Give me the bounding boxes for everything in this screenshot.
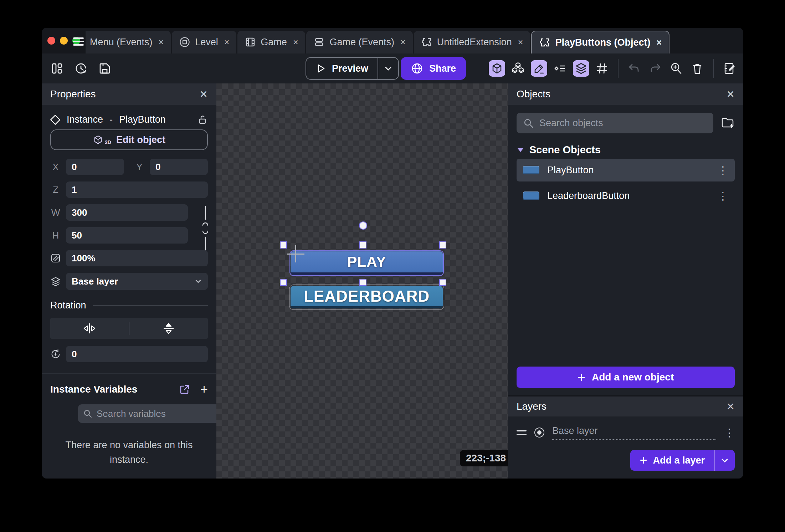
undo-button[interactable] bbox=[626, 60, 642, 77]
flip-horizontal-icon bbox=[82, 322, 97, 334]
layer-select[interactable]: Base layer bbox=[66, 273, 208, 290]
tab-label: Game bbox=[261, 37, 287, 48]
objects-search[interactable] bbox=[517, 113, 713, 133]
object-row-playbutton[interactable]: PlayButton ⋮ bbox=[517, 159, 735, 181]
layer-menu-icon[interactable]: ⋮ bbox=[724, 426, 735, 439]
layer-name[interactable]: Base layer bbox=[552, 425, 716, 440]
resize-handle-top-left[interactable] bbox=[280, 241, 287, 249]
height-label: H bbox=[50, 230, 61, 241]
play-icon bbox=[315, 63, 326, 74]
redo-button[interactable] bbox=[647, 60, 663, 77]
main-menu-icon[interactable] bbox=[73, 37, 84, 46]
properties-panel: Properties ✕ Instance - PlayButton 2D Ed… bbox=[42, 83, 216, 479]
width-field[interactable] bbox=[66, 204, 188, 221]
film-icon bbox=[245, 36, 256, 48]
grid-toggle[interactable] bbox=[594, 60, 610, 77]
resize-handle-bottom-left[interactable] bbox=[280, 279, 287, 286]
instance-variables-title: Instance Variables bbox=[50, 384, 137, 395]
layer-select-value: Base layer bbox=[72, 276, 118, 287]
close-properties-icon[interactable]: ✕ bbox=[200, 88, 208, 100]
resize-handle-top-center[interactable] bbox=[359, 241, 366, 249]
rotate-handle[interactable] bbox=[359, 221, 367, 230]
share-button[interactable]: Share bbox=[401, 57, 466, 80]
layer-row-base-layer[interactable]: Base layer ⋮ bbox=[517, 422, 735, 443]
tab-label: PlayButtons (Object) bbox=[555, 37, 650, 48]
resize-handle-bottom-center[interactable] bbox=[359, 279, 366, 286]
variables-search-input[interactable] bbox=[96, 408, 216, 420]
x-field[interactable] bbox=[66, 159, 124, 175]
chevron-down-icon bbox=[194, 277, 202, 285]
instances-list-icon[interactable] bbox=[552, 60, 568, 77]
tab-close-icon[interactable]: × bbox=[224, 37, 230, 47]
object-thumbnail bbox=[523, 191, 539, 200]
save-icon[interactable] bbox=[98, 62, 112, 75]
external-link-icon bbox=[179, 384, 190, 395]
flip-horizontal-button[interactable] bbox=[50, 322, 129, 334]
tab-playbuttons-object[interactable]: PlayButtons (Object) × bbox=[531, 31, 669, 53]
tab-close-icon[interactable]: × bbox=[518, 37, 523, 47]
minimize-window-button[interactable] bbox=[60, 37, 68, 45]
objects-view-toggle[interactable] bbox=[489, 60, 505, 77]
tab-label: UntitledExtension bbox=[437, 37, 512, 48]
resize-handle-bottom-right[interactable] bbox=[439, 279, 446, 286]
folder-plus-icon bbox=[720, 116, 735, 130]
link-width-height-toggle[interactable] bbox=[200, 205, 211, 251]
rotation-field[interactable] bbox=[66, 346, 208, 362]
add-folder-button[interactable] bbox=[720, 116, 735, 130]
rotation-section-title: Rotation bbox=[50, 300, 86, 311]
globe-icon bbox=[411, 62, 424, 75]
add-layer-button[interactable]: + Add a layer bbox=[630, 450, 735, 471]
edit-scene-properties-button[interactable] bbox=[721, 60, 738, 77]
height-field[interactable] bbox=[66, 227, 188, 244]
edit-object-button[interactable]: 2D Edit object bbox=[50, 129, 208, 150]
width-label: W bbox=[50, 207, 61, 218]
layer-visibility-toggle[interactable] bbox=[534, 428, 544, 438]
tab-close-icon[interactable]: × bbox=[293, 37, 298, 47]
flip-vertical-button[interactable] bbox=[129, 322, 208, 335]
variables-search[interactable] bbox=[78, 404, 216, 423]
layers-panel-toggle[interactable] bbox=[573, 60, 589, 77]
panels-layout-icon[interactable] bbox=[50, 62, 64, 75]
drag-handle-icon[interactable] bbox=[517, 430, 527, 435]
objects-group-icon[interactable] bbox=[510, 60, 526, 77]
tab-close-icon[interactable]: × bbox=[400, 37, 406, 47]
add-variable-button[interactable]: + bbox=[200, 383, 208, 396]
edit-mode-toggle[interactable] bbox=[531, 60, 547, 77]
delete-button[interactable] bbox=[689, 60, 706, 77]
opacity-field[interactable] bbox=[66, 250, 208, 266]
play-button-instance[interactable]: PLAY bbox=[291, 251, 443, 275]
tab-menu-events[interactable]: Menu (Events) × bbox=[86, 31, 171, 53]
object-menu-icon[interactable]: ⋮ bbox=[718, 190, 728, 202]
scene-canvas[interactable]: PLAY LEADERBOARD 223;-138 bbox=[216, 83, 508, 479]
object-menu-icon[interactable]: ⋮ bbox=[718, 164, 728, 177]
app-window: Menu (Events) × Level × Game × Game (Eve… bbox=[42, 28, 743, 479]
close-layers-icon[interactable]: ✕ bbox=[727, 401, 735, 413]
tab-close-icon[interactable]: × bbox=[159, 37, 164, 47]
preview-button[interactable]: Preview bbox=[306, 57, 399, 80]
object-row-leaderboardbutton[interactable]: LeaderboardButton ⋮ bbox=[517, 184, 735, 207]
objects-search-input[interactable] bbox=[539, 117, 707, 129]
scene-objects-section[interactable]: Scene Objects bbox=[517, 144, 735, 156]
tab-untitled-extension[interactable]: UntitledExtension × bbox=[414, 31, 530, 53]
close-window-button[interactable] bbox=[47, 37, 55, 45]
preview-options-button[interactable] bbox=[378, 64, 398, 73]
unlock-icon[interactable] bbox=[197, 114, 208, 125]
y-field[interactable] bbox=[150, 159, 208, 175]
z-order-field[interactable] bbox=[66, 181, 208, 198]
open-variables-editor-button[interactable] bbox=[179, 384, 190, 395]
tab-level[interactable]: Level × bbox=[172, 31, 236, 53]
variables-empty-message: There are no variables on this instance. bbox=[50, 438, 208, 467]
close-objects-icon[interactable]: ✕ bbox=[727, 88, 735, 100]
tab-close-icon[interactable]: × bbox=[656, 37, 662, 48]
preview-label: Preview bbox=[332, 63, 368, 74]
tab-label: Level bbox=[195, 37, 218, 48]
resize-handle-top-right[interactable] bbox=[439, 241, 446, 249]
tab-game[interactable]: Game × bbox=[237, 31, 305, 53]
leaderboard-button-instance[interactable]: LEADERBOARD bbox=[291, 286, 443, 308]
tab-game-events[interactable]: Game (Events) × bbox=[306, 31, 412, 53]
history-icon[interactable] bbox=[74, 61, 88, 76]
add-new-object-button[interactable]: + Add a new object bbox=[517, 367, 735, 388]
zoom-button[interactable] bbox=[668, 60, 684, 77]
add-layer-options-button[interactable] bbox=[715, 450, 735, 471]
tab-strip: Menu (Events) × Level × Game × Game (Eve… bbox=[42, 28, 743, 53]
